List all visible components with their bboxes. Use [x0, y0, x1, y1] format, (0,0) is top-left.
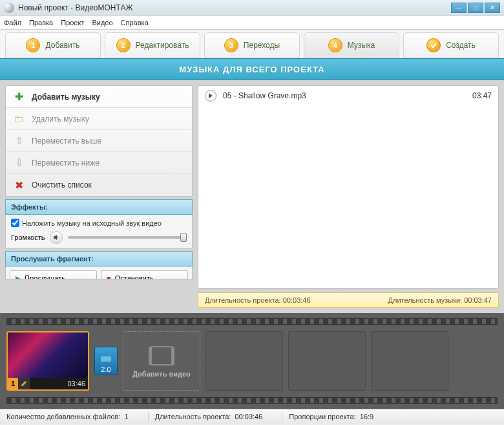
window-title: Новый проект - ВидеоМОНТАЖ: [18, 3, 450, 12]
menu-edit[interactable]: Правка: [29, 19, 53, 27]
empty-slot: [205, 331, 283, 391]
effects-panel: Наложить музыку на исходный звук видео Г…: [5, 215, 193, 248]
button-label: Переместить ниже: [32, 158, 100, 168]
status-bar: Количество добавленных файлов: 1 Длитель…: [0, 409, 504, 424]
preview-play-button[interactable]: ▶ Прослушать: [10, 270, 97, 279]
step-number-icon: 1: [26, 38, 40, 52]
track-name: 05 - Shallow Grave.mp3: [223, 91, 466, 100]
preview-panel: ▶ Прослушать ■ Остановить: [5, 267, 193, 279]
volume-label: Громкость: [11, 234, 45, 241]
music-actions-panel: ✚ Добавить музыку 🗀 Удалить музыку ⇧ Пер…: [5, 85, 193, 308]
menu-video[interactable]: Видео: [92, 19, 112, 27]
music-duration: Длительность музыки: 00:03:47: [388, 296, 492, 304]
move-up-button[interactable]: ⇧ Переместить выше: [6, 130, 192, 152]
tab-music[interactable]: 4 Музыка: [304, 32, 399, 58]
overlay-checkbox-row[interactable]: Наложить музыку на исходный звук видео: [11, 219, 187, 227]
track-duration: 03:47: [472, 91, 492, 100]
slider-thumb[interactable]: [180, 233, 187, 242]
clip-duration: 03:46: [30, 380, 88, 387]
button-label: Прослушать: [25, 274, 65, 279]
arrow-down-icon: ⇩: [12, 157, 25, 169]
tab-transitions[interactable]: 3 Переходы: [204, 32, 300, 58]
duration-bar: Длительность проекта: 00:03:46 Длительно…: [198, 292, 499, 308]
add-video-label: Добавить видео: [132, 370, 191, 378]
tab-add[interactable]: 1 Добавить: [5, 32, 101, 58]
play-icon: ▶: [16, 274, 21, 280]
delete-music-button[interactable]: 🗀 Удалить музыку: [6, 108, 192, 130]
button-label: Переместить выше: [32, 136, 101, 146]
step-number-icon: 3: [224, 38, 238, 52]
tab-label: Создать: [446, 41, 476, 50]
arrow-up-icon: ⇧: [12, 135, 25, 147]
overlay-checkbox[interactable]: [11, 219, 19, 227]
empty-slot: [371, 331, 448, 391]
clear-list-button[interactable]: ✖ Очистить список: [6, 174, 192, 196]
maximize-button[interactable]: □: [468, 3, 483, 13]
svg-rect-3: [172, 347, 174, 365]
status-files: Количество добавленных файлов: 1: [6, 413, 142, 420]
tab-label: Добавить: [45, 41, 79, 50]
titlebar: Новый проект - ВидеоМОНТАЖ — □ ✕: [0, 0, 504, 16]
preview-stop-button[interactable]: ■ Остановить: [101, 270, 188, 279]
menu-project[interactable]: Проект: [61, 19, 84, 27]
svg-rect-1: [151, 347, 172, 365]
empty-slot: [288, 331, 366, 391]
add-music-button[interactable]: ✚ Добавить музыку: [6, 86, 192, 108]
work-area: ✚ Добавить музыку 🗀 Удалить музыку ⇧ Пер…: [0, 80, 504, 313]
close-button[interactable]: ✕: [485, 3, 500, 13]
check-icon: [426, 38, 441, 52]
folder-icon: 🗀: [12, 113, 25, 125]
track-row[interactable]: 05 - Shallow Grave.mp3 03:47: [198, 86, 498, 105]
video-clip[interactable]: 1 03:46: [6, 331, 89, 391]
stop-icon: ■: [107, 274, 111, 279]
button-label: Добавить музыку: [32, 93, 100, 102]
tab-label: Редактировать: [136, 41, 189, 50]
move-down-button[interactable]: ⇩ Переместить ниже: [6, 152, 192, 174]
speaker-icon[interactable]: [50, 231, 63, 244]
clip-edit-icon[interactable]: [18, 378, 30, 389]
tab-create[interactable]: Создать: [403, 32, 499, 58]
film-icon: [149, 344, 174, 367]
track-list-panel: 05 - Shallow Grave.mp3 03:47 Длительност…: [198, 85, 499, 308]
wizard-tabs: 1 Добавить 2 Редактировать 3 Переходы 4 …: [0, 30, 504, 58]
delete-icon: ✖: [12, 179, 25, 191]
add-video-button[interactable]: Добавить видео: [123, 331, 200, 391]
tab-edit[interactable]: 2 Редактировать: [105, 32, 200, 58]
clip-row: 1 03:46 2.0 Добавить видео: [6, 325, 498, 397]
app-icon: [4, 3, 14, 13]
transition-duration: 2.0: [101, 365, 110, 373]
project-duration: Длительность проекта: 00:03:46: [205, 296, 311, 304]
button-label: Очистить список: [32, 180, 92, 190]
preview-header: Прослушать фрагмент:: [5, 251, 193, 267]
svg-rect-0: [101, 356, 111, 362]
step-number-icon: 2: [116, 38, 131, 52]
minimize-button[interactable]: —: [451, 3, 467, 13]
menu-file[interactable]: Файл: [4, 19, 21, 27]
step-number-icon: 4: [328, 38, 342, 52]
menu-bar: Файл Правка Проект Видео Справка: [0, 16, 504, 30]
overlay-label: Наложить музыку на исходный звук видео: [22, 219, 162, 227]
transition-icon: [100, 353, 112, 365]
plus-icon: ✚: [12, 91, 25, 103]
status-ratio: Пропорции проекта: 16:9: [289, 413, 386, 420]
music-section-header: МУЗЫКА ДЛЯ ВСЕГО ПРОЕКТА: [0, 58, 504, 80]
track-list[interactable]: 05 - Shallow Grave.mp3 03:47: [198, 85, 499, 289]
clip-index: 1: [8, 378, 18, 389]
status-duration: Длительность проекта: 00:03:46: [155, 413, 276, 420]
button-label: Остановить: [115, 274, 154, 279]
transition-block[interactable]: 2.0: [94, 347, 118, 375]
clip-thumbnail: [8, 332, 88, 378]
svg-rect-2: [149, 347, 151, 365]
volume-slider[interactable]: [68, 236, 187, 239]
button-label: Удалить музыку: [32, 114, 89, 124]
tab-label: Музыка: [348, 41, 375, 50]
tab-label: Переходы: [244, 41, 280, 50]
filmstrip-bottom: [6, 397, 498, 404]
filmstrip-top: [6, 318, 498, 325]
effects-header: Эффекты:: [5, 199, 193, 215]
menu-help[interactable]: Справка: [121, 19, 149, 27]
timeline: 1 03:46 2.0 Добавить видео: [0, 313, 504, 409]
track-play-button[interactable]: [205, 90, 216, 102]
